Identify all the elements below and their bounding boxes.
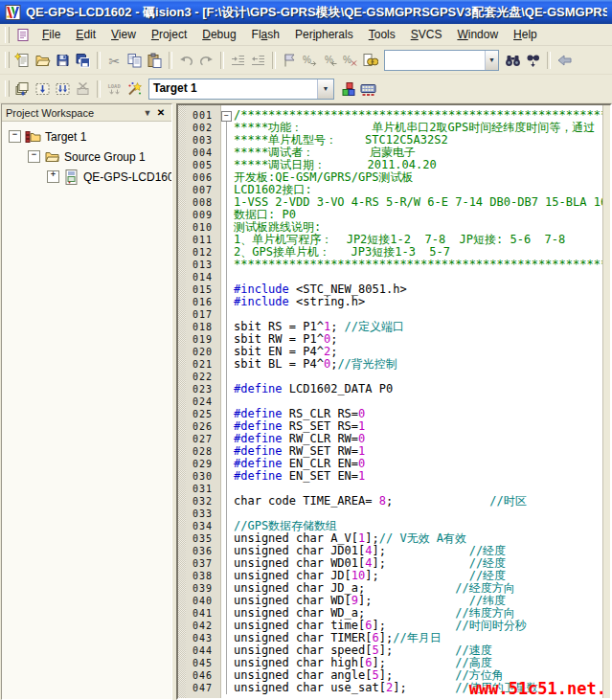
menu-help[interactable]: Help [506,26,545,43]
code-line[interactable]: 013*************************************… [178,259,603,271]
unindent-icon [250,53,266,68]
translate-button[interactable] [12,79,33,100]
code-line[interactable]: 021sbit BL = P4^0;//背光控制 [178,358,603,371]
undo-icon [178,53,194,68]
code-line[interactable]: 023#define LCD1602_DATA P0 [178,383,603,395]
line-number: 012 [186,246,219,259]
indent-button[interactable] [228,50,248,71]
toggle-bookmark-button[interactable] [280,50,300,71]
toolbar-grip[interactable] [5,52,10,68]
menu-window[interactable]: Window [449,26,506,43]
collapse-icon[interactable]: − [28,150,40,163]
find-text-input[interactable] [385,51,485,70]
line-number: 031 [186,483,219,495]
open-button[interactable] [33,50,53,71]
menu-svcs[interactable]: SVCS [403,26,450,43]
collapse-icon[interactable]: − [9,130,21,143]
menubar-grip[interactable] [5,27,10,43]
document-icon[interactable] [15,28,32,42]
line-number: 046 [186,669,219,682]
menu-project[interactable]: Project [144,26,194,43]
line-number: 007 [186,184,219,196]
next-bookmark-button[interactable]: % [300,50,320,71]
code-line[interactable]: 032char code TIME_AREA= 8; //时区 [178,495,603,508]
tree-item-qe-gps-lcd1602[interactable]: +QE-GPS-LCD1602 [2,167,171,187]
save-all-button[interactable] [73,50,93,71]
translate-icon [14,81,31,97]
open-icon [34,53,51,68]
code-line[interactable]: 016#include <string.h> [178,296,603,308]
line-number: 023 [186,383,219,395]
expand-icon[interactable]: + [47,170,59,183]
save-button[interactable] [53,50,73,71]
tree-item-label[interactable]: Source Group 1 [64,150,146,164]
clear-bookmarks-icon: % [342,53,358,68]
debug-icon [126,81,143,97]
code-text[interactable]: sbit BL = P4^0;//背光控制 [234,358,397,371]
debug-button[interactable] [125,79,145,100]
menu-peripherals[interactable]: Peripherals [287,26,361,43]
copy-icon [126,53,143,68]
line-number: 035 [186,532,219,545]
fold-collapse-icon[interactable]: − [221,111,232,122]
toolbar-build: LOADTarget 1▼ [0,75,612,103]
toolbar-grip[interactable] [5,80,10,97]
tree-item-target-1[interactable]: −Target 1 [2,126,171,147]
rebuild-button[interactable] [53,79,73,100]
config-keyboard-button[interactable] [358,79,378,100]
clear-bookmarks-button[interactable]: % [340,50,360,71]
line-number: 018 [186,321,219,333]
cut-button[interactable]: ✂ [104,50,125,71]
tree-item-label[interactable]: Target 1 [45,130,86,144]
close-icon[interactable]: ✕ [154,107,168,118]
tree-folder-icon [44,149,61,165]
save-icon [55,53,71,68]
window-title: QE-GPS-LCD1602 - 礪ision3 - [F:\设计\GPS-GP… [26,4,607,21]
code-area[interactable]: 001−/***********************************… [178,105,603,698]
new-file-button[interactable] [12,50,33,71]
dropdown-arrow-icon[interactable]: ▼ [485,51,498,70]
menu-debug[interactable]: Debug [194,26,243,43]
next-bookmark-icon: % [302,53,318,68]
panel-title: Project Workspace [6,107,141,119]
project-workspace-panel: Project Workspace ▼ ✕ −Target 1−Source G… [1,103,172,700]
build-button[interactable] [33,79,53,100]
prev-bookmark-button[interactable]: % [320,50,340,71]
menu-edit[interactable]: Edit [68,26,103,43]
components-button[interactable] [338,79,358,100]
find-button[interactable] [503,50,523,71]
line-number: 037 [186,557,219,570]
code-editor[interactable]: 001−/***********************************… [176,103,612,700]
line-number: 045 [186,657,219,669]
copy-button[interactable] [125,50,145,71]
line-number: 038 [186,570,219,582]
find-in-files-button[interactable] [360,50,380,71]
find-text-combobox[interactable]: ▼ [384,50,499,71]
dropdown-arrow-icon[interactable]: ▼ [317,79,333,99]
menu-file[interactable]: File [34,26,68,43]
menu-view[interactable]: View [103,26,144,43]
tree-item-label[interactable]: QE-GPS-LCD1602 [83,170,171,184]
code-text[interactable]: ****************************************… [234,259,603,271]
redo-button [196,50,216,71]
target-select[interactable]: Target 1▼ [148,79,334,100]
chevron-down-icon[interactable]: ▼ [141,108,154,118]
incremental-find-button[interactable] [523,50,543,71]
paste-button[interactable] [145,50,165,71]
code-text[interactable]: #define LCD1602_DATA P0 [234,383,393,395]
tree-item-source-group-1[interactable]: −Source Group 1 [2,147,171,167]
config-keyboard-icon [360,81,376,97]
menu-tools[interactable]: Tools [361,26,403,43]
code-text[interactable]: #define EN_SET EN=1 [234,470,365,483]
line-number: 003 [186,134,219,147]
code-text[interactable]: #include <string.h> [234,296,365,308]
line-number: 017 [186,308,219,321]
line-number: 009 [186,209,219,221]
editor-scrollbar[interactable] [602,105,610,698]
code-line[interactable]: 030#define EN_SET EN=1 [178,470,603,483]
code-text[interactable]: char code TIME_AREA= 8; //时区 [234,495,527,508]
toolbar-separator [220,52,224,69]
menu-flash[interactable]: Flash [244,26,287,43]
line-number: 029 [186,458,219,470]
unindent-button[interactable] [248,50,268,71]
